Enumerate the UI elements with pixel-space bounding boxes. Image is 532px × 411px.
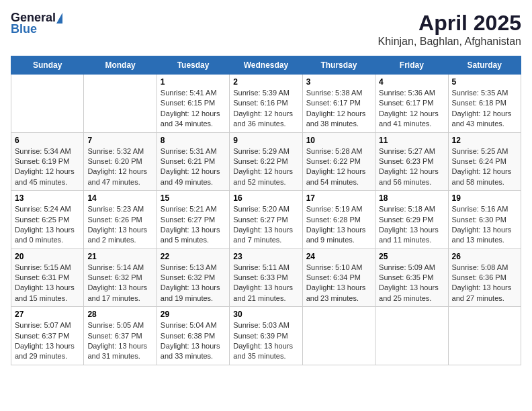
day-number: 19 bbox=[452, 193, 517, 203]
daylight-text: Daylight: 12 hours and 34 minutes. bbox=[161, 109, 226, 130]
daylight-text: Daylight: 13 hours and 15 minutes. bbox=[15, 283, 80, 304]
daylight-text: Daylight: 12 hours and 49 minutes. bbox=[161, 167, 226, 187]
day-info: Sunrise: 5:29 AMSunset: 6:22 PMDaylight:… bbox=[233, 146, 298, 188]
day-number: 29 bbox=[161, 310, 226, 319]
calendar-cell bbox=[11, 75, 84, 133]
day-info: Sunrise: 5:05 AMSunset: 6:37 PMDaylight:… bbox=[87, 320, 152, 362]
sunset-text: Sunset: 6:15 PM bbox=[161, 98, 226, 108]
sunrise-text: Sunrise: 5:04 AM bbox=[161, 320, 226, 330]
day-info: Sunrise: 5:23 AMSunset: 6:26 PMDaylight:… bbox=[87, 204, 152, 246]
sunrise-text: Sunrise: 5:03 AM bbox=[233, 320, 298, 330]
page-title: April 2025 bbox=[378, 11, 522, 36]
calendar-week-row: 6Sunrise: 5:34 AMSunset: 6:19 PMDaylight… bbox=[11, 132, 521, 191]
day-number: 1 bbox=[161, 77, 226, 87]
day-info: Sunrise: 5:09 AMSunset: 6:35 PMDaylight:… bbox=[379, 263, 444, 304]
day-info: Sunrise: 5:27 AMSunset: 6:23 PMDaylight:… bbox=[379, 146, 444, 188]
calendar-cell: 26Sunrise: 5:08 AMSunset: 6:36 PMDayligh… bbox=[448, 248, 521, 307]
day-number: 12 bbox=[452, 136, 517, 145]
daylight-text: Daylight: 13 hours and 19 minutes. bbox=[161, 283, 226, 304]
daylight-text: Daylight: 13 hours and 13 minutes. bbox=[452, 225, 517, 246]
calendar-cell: 6Sunrise: 5:34 AMSunset: 6:19 PMDaylight… bbox=[11, 132, 84, 191]
day-info: Sunrise: 5:28 AMSunset: 6:22 PMDaylight:… bbox=[306, 146, 371, 188]
calendar-cell: 30Sunrise: 5:03 AMSunset: 6:39 PMDayligh… bbox=[230, 307, 302, 365]
calendar-cell: 25Sunrise: 5:09 AMSunset: 6:35 PMDayligh… bbox=[375, 248, 448, 307]
day-number: 23 bbox=[233, 252, 298, 261]
day-info: Sunrise: 5:38 AMSunset: 6:17 PMDaylight:… bbox=[306, 88, 371, 130]
sunset-text: Sunset: 6:24 PM bbox=[452, 156, 517, 167]
day-number: 14 bbox=[87, 193, 152, 203]
day-number: 30 bbox=[233, 310, 298, 319]
sunset-text: Sunset: 6:17 PM bbox=[306, 98, 371, 108]
day-number: 15 bbox=[161, 193, 226, 203]
daylight-text: Daylight: 13 hours and 21 minutes. bbox=[233, 283, 298, 304]
day-number: 11 bbox=[379, 136, 444, 145]
calendar-cell: 10Sunrise: 5:28 AMSunset: 6:22 PMDayligh… bbox=[302, 132, 375, 191]
sunrise-text: Sunrise: 5:28 AM bbox=[306, 146, 371, 156]
sunrise-text: Sunrise: 5:31 AM bbox=[161, 146, 226, 156]
day-number: 6 bbox=[15, 136, 80, 145]
daylight-text: Daylight: 12 hours and 58 minutes. bbox=[452, 167, 517, 187]
day-number: 9 bbox=[233, 136, 298, 145]
daylight-text: Daylight: 13 hours and 31 minutes. bbox=[87, 341, 152, 362]
calendar-cell: 17Sunrise: 5:19 AMSunset: 6:28 PMDayligh… bbox=[302, 191, 375, 249]
sunset-text: Sunset: 6:20 PM bbox=[87, 156, 152, 167]
calendar-cell: 14Sunrise: 5:23 AMSunset: 6:26 PMDayligh… bbox=[84, 191, 157, 249]
sunset-text: Sunset: 6:31 PM bbox=[15, 273, 80, 283]
day-info: Sunrise: 5:14 AMSunset: 6:32 PMDaylight:… bbox=[87, 263, 152, 304]
day-info: Sunrise: 5:24 AMSunset: 6:25 PMDaylight:… bbox=[15, 204, 80, 246]
sunset-text: Sunset: 6:35 PM bbox=[379, 273, 444, 283]
daylight-text: Daylight: 12 hours and 38 minutes. bbox=[306, 109, 371, 130]
sunrise-text: Sunrise: 5:19 AM bbox=[306, 204, 371, 214]
sunrise-text: Sunrise: 5:36 AM bbox=[379, 88, 444, 98]
sunrise-text: Sunrise: 5:21 AM bbox=[161, 204, 226, 214]
weekday-header: Tuesday bbox=[157, 56, 229, 75]
sunrise-text: Sunrise: 5:27 AM bbox=[379, 146, 444, 156]
calendar-cell bbox=[84, 75, 157, 133]
sunset-text: Sunset: 6:39 PM bbox=[233, 331, 298, 341]
calendar-cell: 16Sunrise: 5:20 AMSunset: 6:27 PMDayligh… bbox=[230, 191, 302, 249]
page-header: General Blue April 2025 Khinjan, Baghlan… bbox=[11, 11, 521, 48]
weekday-header: Monday bbox=[84, 56, 157, 75]
calendar-cell bbox=[448, 307, 521, 365]
sunrise-text: Sunrise: 5:39 AM bbox=[233, 88, 298, 98]
calendar-cell bbox=[302, 307, 375, 365]
calendar-cell: 27Sunrise: 5:07 AMSunset: 6:37 PMDayligh… bbox=[11, 307, 84, 365]
weekday-header: Wednesday bbox=[230, 56, 302, 75]
calendar-cell: 11Sunrise: 5:27 AMSunset: 6:23 PMDayligh… bbox=[375, 132, 448, 191]
day-info: Sunrise: 5:25 AMSunset: 6:24 PMDaylight:… bbox=[452, 146, 517, 188]
sunset-text: Sunset: 6:38 PM bbox=[161, 331, 226, 341]
day-info: Sunrise: 5:18 AMSunset: 6:29 PMDaylight:… bbox=[379, 204, 444, 246]
day-number: 16 bbox=[233, 193, 298, 203]
sunrise-text: Sunrise: 5:32 AM bbox=[87, 146, 152, 156]
day-info: Sunrise: 5:10 AMSunset: 6:34 PMDaylight:… bbox=[306, 263, 371, 304]
daylight-text: Daylight: 12 hours and 45 minutes. bbox=[15, 167, 80, 187]
sunset-text: Sunset: 6:30 PM bbox=[452, 215, 517, 225]
day-number: 18 bbox=[379, 193, 444, 203]
day-number: 8 bbox=[161, 136, 226, 145]
day-number: 26 bbox=[452, 252, 517, 261]
daylight-text: Daylight: 12 hours and 41 minutes. bbox=[379, 109, 444, 130]
sunset-text: Sunset: 6:37 PM bbox=[87, 331, 152, 341]
title-block: April 2025 Khinjan, Baghlan, Afghanistan bbox=[378, 11, 522, 48]
day-info: Sunrise: 5:03 AMSunset: 6:39 PMDaylight:… bbox=[233, 320, 298, 362]
sunrise-text: Sunrise: 5:13 AM bbox=[161, 263, 226, 273]
day-info: Sunrise: 5:36 AMSunset: 6:17 PMDaylight:… bbox=[379, 88, 444, 130]
daylight-text: Daylight: 13 hours and 5 minutes. bbox=[161, 225, 226, 246]
day-number: 7 bbox=[87, 136, 152, 145]
daylight-text: Daylight: 13 hours and 23 minutes. bbox=[306, 283, 371, 304]
sunrise-text: Sunrise: 5:38 AM bbox=[306, 88, 371, 98]
calendar-cell: 3Sunrise: 5:38 AMSunset: 6:17 PMDaylight… bbox=[302, 75, 375, 133]
sunrise-text: Sunrise: 5:24 AM bbox=[15, 204, 80, 214]
day-number: 25 bbox=[379, 252, 444, 261]
day-info: Sunrise: 5:41 AMSunset: 6:15 PMDaylight:… bbox=[161, 88, 226, 130]
day-info: Sunrise: 5:31 AMSunset: 6:21 PMDaylight:… bbox=[161, 146, 226, 188]
sunset-text: Sunset: 6:32 PM bbox=[161, 273, 226, 283]
logo-blue-text: Blue bbox=[11, 22, 37, 36]
sunrise-text: Sunrise: 5:07 AM bbox=[15, 320, 80, 330]
sunrise-text: Sunrise: 5:18 AM bbox=[379, 204, 444, 214]
daylight-text: Daylight: 13 hours and 11 minutes. bbox=[379, 225, 444, 246]
daylight-text: Daylight: 13 hours and 0 minutes. bbox=[15, 225, 80, 246]
sunset-text: Sunset: 6:16 PM bbox=[233, 98, 298, 108]
sunset-text: Sunset: 6:27 PM bbox=[233, 215, 298, 225]
calendar-cell: 9Sunrise: 5:29 AMSunset: 6:22 PMDaylight… bbox=[230, 132, 302, 191]
